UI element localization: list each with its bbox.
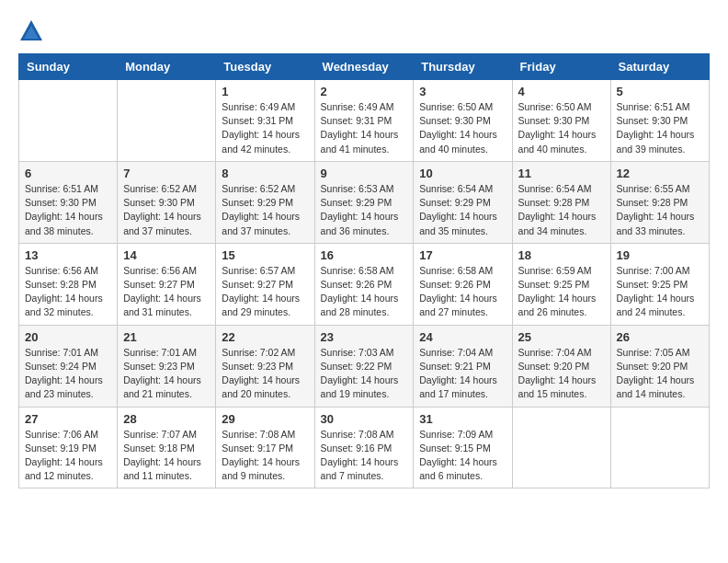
cell-content: Sunrise: 7:09 AMSunset: 9:15 PMDaylight:… xyxy=(419,428,506,484)
cell-content: Sunrise: 7:03 AMSunset: 9:22 PMDaylight:… xyxy=(321,346,408,402)
calendar-week-row: 13Sunrise: 6:56 AMSunset: 9:28 PMDayligh… xyxy=(19,243,710,325)
cell-content: Sunrise: 6:59 AMSunset: 9:25 PMDaylight:… xyxy=(518,264,605,320)
calendar-cell xyxy=(610,407,709,488)
calendar-week-row: 1Sunrise: 6:49 AMSunset: 9:31 PMDaylight… xyxy=(19,80,710,162)
logo xyxy=(18,18,48,44)
day-number: 26 xyxy=(617,330,703,344)
calendar-cell: 2Sunrise: 6:49 AMSunset: 9:31 PMDaylight… xyxy=(314,80,414,162)
calendar-cell: 1Sunrise: 6:49 AMSunset: 9:31 PMDaylight… xyxy=(216,80,314,162)
cell-content: Sunrise: 7:05 AMSunset: 9:20 PMDaylight:… xyxy=(617,346,703,402)
day-number: 7 xyxy=(123,167,210,180)
cell-content: Sunrise: 6:53 AMSunset: 9:29 PMDaylight:… xyxy=(321,182,408,238)
calendar-cell: 16Sunrise: 6:58 AMSunset: 9:26 PMDayligh… xyxy=(314,243,414,325)
calendar-cell: 7Sunrise: 6:52 AMSunset: 9:30 PMDaylight… xyxy=(118,161,216,243)
calendar-cell: 24Sunrise: 7:04 AMSunset: 9:21 PMDayligh… xyxy=(414,325,512,407)
cell-content: Sunrise: 7:08 AMSunset: 9:17 PMDaylight:… xyxy=(222,428,308,484)
cell-content: Sunrise: 6:55 AMSunset: 9:28 PMDaylight:… xyxy=(617,182,703,238)
calendar-cell: 22Sunrise: 7:02 AMSunset: 9:23 PMDayligh… xyxy=(216,325,314,407)
calendar-table: SundayMondayTuesdayWednesdayThursdayFrid… xyxy=(18,53,710,488)
calendar-day-header: Friday xyxy=(512,54,610,80)
day-number: 4 xyxy=(518,85,605,98)
calendar-cell: 27Sunrise: 7:06 AMSunset: 9:19 PMDayligh… xyxy=(19,407,118,488)
day-number: 5 xyxy=(617,85,703,98)
cell-content: Sunrise: 7:02 AMSunset: 9:23 PMDaylight:… xyxy=(222,346,308,402)
calendar-week-row: 6Sunrise: 6:51 AMSunset: 9:30 PMDaylight… xyxy=(19,161,710,243)
day-number: 10 xyxy=(419,167,506,180)
calendar-cell: 18Sunrise: 6:59 AMSunset: 9:25 PMDayligh… xyxy=(512,243,610,325)
cell-content: Sunrise: 7:08 AMSunset: 9:16 PMDaylight:… xyxy=(321,428,408,484)
calendar-cell xyxy=(512,407,610,488)
cell-content: Sunrise: 6:58 AMSunset: 9:26 PMDaylight:… xyxy=(321,264,408,320)
calendar-day-header: Tuesday xyxy=(216,54,314,80)
day-number: 28 xyxy=(123,412,210,426)
day-number: 30 xyxy=(321,412,408,426)
day-number: 6 xyxy=(25,167,111,180)
day-number: 31 xyxy=(419,412,506,426)
calendar-cell: 3Sunrise: 6:50 AMSunset: 9:30 PMDaylight… xyxy=(414,80,512,162)
calendar-cell: 14Sunrise: 6:56 AMSunset: 9:27 PMDayligh… xyxy=(118,243,216,325)
calendar-cell: 25Sunrise: 7:04 AMSunset: 9:20 PMDayligh… xyxy=(512,325,610,407)
cell-content: Sunrise: 7:04 AMSunset: 9:21 PMDaylight:… xyxy=(419,346,506,402)
calendar-day-header: Saturday xyxy=(610,54,709,80)
calendar-cell xyxy=(118,80,216,162)
cell-content: Sunrise: 7:07 AMSunset: 9:18 PMDaylight:… xyxy=(123,428,210,484)
calendar-cell: 6Sunrise: 6:51 AMSunset: 9:30 PMDaylight… xyxy=(19,161,118,243)
calendar-cell: 30Sunrise: 7:08 AMSunset: 9:16 PMDayligh… xyxy=(314,407,414,488)
cell-content: Sunrise: 7:00 AMSunset: 9:25 PMDaylight:… xyxy=(617,264,703,320)
day-number: 9 xyxy=(321,167,408,180)
day-number: 16 xyxy=(321,248,408,262)
cell-content: Sunrise: 6:52 AMSunset: 9:29 PMDaylight:… xyxy=(222,182,308,238)
cell-content: Sunrise: 6:50 AMSunset: 9:30 PMDaylight:… xyxy=(419,100,506,156)
cell-content: Sunrise: 6:51 AMSunset: 9:30 PMDaylight:… xyxy=(25,182,111,238)
calendar-cell: 19Sunrise: 7:00 AMSunset: 9:25 PMDayligh… xyxy=(610,243,709,325)
calendar-cell: 5Sunrise: 6:51 AMSunset: 9:30 PMDaylight… xyxy=(610,80,709,162)
day-number: 19 xyxy=(617,248,703,262)
calendar-cell: 21Sunrise: 7:01 AMSunset: 9:23 PMDayligh… xyxy=(118,325,216,407)
cell-content: Sunrise: 7:04 AMSunset: 9:20 PMDaylight:… xyxy=(518,346,605,402)
calendar-cell: 31Sunrise: 7:09 AMSunset: 9:15 PMDayligh… xyxy=(414,407,512,488)
day-number: 17 xyxy=(419,248,506,262)
day-number: 2 xyxy=(321,85,408,98)
calendar-cell xyxy=(19,80,118,162)
page-header xyxy=(18,18,710,44)
calendar-cell: 9Sunrise: 6:53 AMSunset: 9:29 PMDaylight… xyxy=(314,161,414,243)
cell-content: Sunrise: 7:01 AMSunset: 9:24 PMDaylight:… xyxy=(25,346,111,402)
day-number: 12 xyxy=(617,167,703,180)
day-number: 20 xyxy=(25,330,111,344)
day-number: 15 xyxy=(222,248,308,262)
cell-content: Sunrise: 6:50 AMSunset: 9:30 PMDaylight:… xyxy=(518,100,605,156)
cell-content: Sunrise: 6:51 AMSunset: 9:30 PMDaylight:… xyxy=(617,100,703,156)
calendar-cell: 17Sunrise: 6:58 AMSunset: 9:26 PMDayligh… xyxy=(414,243,512,325)
calendar-cell: 15Sunrise: 6:57 AMSunset: 9:27 PMDayligh… xyxy=(216,243,314,325)
calendar-week-row: 27Sunrise: 7:06 AMSunset: 9:19 PMDayligh… xyxy=(19,407,710,488)
cell-content: Sunrise: 6:54 AMSunset: 9:28 PMDaylight:… xyxy=(518,182,605,238)
day-number: 24 xyxy=(419,330,506,344)
cell-content: Sunrise: 6:49 AMSunset: 9:31 PMDaylight:… xyxy=(321,100,408,156)
calendar-cell: 29Sunrise: 7:08 AMSunset: 9:17 PMDayligh… xyxy=(216,407,314,488)
calendar-cell: 26Sunrise: 7:05 AMSunset: 9:20 PMDayligh… xyxy=(610,325,709,407)
calendar-cell: 23Sunrise: 7:03 AMSunset: 9:22 PMDayligh… xyxy=(314,325,414,407)
calendar-day-header: Monday xyxy=(118,54,216,80)
calendar-cell: 11Sunrise: 6:54 AMSunset: 9:28 PMDayligh… xyxy=(512,161,610,243)
day-number: 29 xyxy=(222,412,308,426)
calendar-cell: 28Sunrise: 7:07 AMSunset: 9:18 PMDayligh… xyxy=(118,407,216,488)
cell-content: Sunrise: 6:56 AMSunset: 9:27 PMDaylight:… xyxy=(123,264,210,320)
day-number: 23 xyxy=(321,330,408,344)
cell-content: Sunrise: 6:58 AMSunset: 9:26 PMDaylight:… xyxy=(419,264,506,320)
day-number: 27 xyxy=(25,412,111,426)
day-number: 14 xyxy=(123,248,210,262)
day-number: 11 xyxy=(518,167,605,180)
calendar-cell: 12Sunrise: 6:55 AMSunset: 9:28 PMDayligh… xyxy=(610,161,709,243)
calendar-cell: 4Sunrise: 6:50 AMSunset: 9:30 PMDaylight… xyxy=(512,80,610,162)
cell-content: Sunrise: 7:01 AMSunset: 9:23 PMDaylight:… xyxy=(123,346,210,402)
day-number: 8 xyxy=(222,167,308,180)
day-number: 25 xyxy=(518,330,605,344)
day-number: 3 xyxy=(419,85,506,98)
cell-content: Sunrise: 6:52 AMSunset: 9:30 PMDaylight:… xyxy=(123,182,210,238)
calendar-day-header: Sunday xyxy=(19,54,118,80)
calendar-cell: 20Sunrise: 7:01 AMSunset: 9:24 PMDayligh… xyxy=(19,325,118,407)
cell-content: Sunrise: 6:56 AMSunset: 9:28 PMDaylight:… xyxy=(25,264,111,320)
cell-content: Sunrise: 6:49 AMSunset: 9:31 PMDaylight:… xyxy=(222,100,308,156)
cell-content: Sunrise: 7:06 AMSunset: 9:19 PMDaylight:… xyxy=(25,428,111,484)
day-number: 1 xyxy=(222,85,308,98)
